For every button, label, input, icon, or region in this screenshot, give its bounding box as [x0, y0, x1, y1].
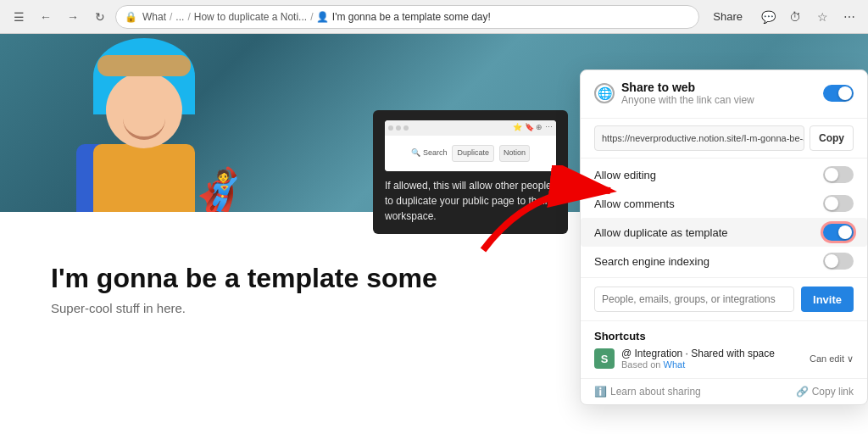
- link-icon: 🔗: [796, 386, 809, 398]
- browser-chrome: ☰ ← → ↻ 🔒 What / ... / How to duplicate …: [0, 0, 868, 34]
- share-footer: ℹ️ Learn about sharing 🔗 Copy link: [581, 379, 867, 404]
- page-content: 🦸 ⭐ 🔖 ⊕ ⋯ 🔍Search Duplicate Notion If al…: [0, 34, 868, 434]
- favorites-button[interactable]: ☆: [810, 5, 834, 29]
- forward-button[interactable]: →: [61, 5, 85, 29]
- invite-input[interactable]: [594, 287, 794, 312]
- allow-editing-row: Allow editing: [581, 160, 867, 189]
- reload-button[interactable]: ↻: [88, 5, 112, 29]
- comment-button[interactable]: 💬: [756, 5, 780, 29]
- breadcrumb-item: What: [142, 11, 166, 23]
- shortcut-details: @ Integration · Shared with space Based …: [621, 348, 803, 370]
- shortcut-item: S @ Integration · Shared with space Base…: [594, 348, 854, 370]
- share-web-subtitle: Anyone with the link can view: [621, 94, 754, 106]
- invite-button[interactable]: Invite: [801, 287, 854, 312]
- menu-button[interactable]: ☰: [7, 5, 31, 29]
- allow-editing-toggle[interactable]: [823, 166, 854, 183]
- breadcrumb-item: ...: [175, 11, 184, 23]
- shortcuts-header: Shortcuts: [594, 330, 854, 342]
- url-section: https://neverproductive.notion.site/I-m-…: [581, 119, 867, 159]
- page-emoji: 🦸: [186, 165, 250, 212]
- shortcut-what-link[interactable]: What: [664, 359, 686, 370]
- allow-editing-label: Allow editing: [594, 169, 656, 181]
- share-panel: Share to web Anyone with the link can vi…: [580, 70, 868, 405]
- search-indexing-toggle[interactable]: [823, 253, 854, 270]
- allow-comments-row: Allow comments: [581, 189, 867, 218]
- allow-duplicate-toggle[interactable]: [823, 224, 854, 241]
- shortcut-avatar: S: [594, 348, 615, 369]
- breadcrumb-current: 👤 I'm gonna be a template some day!: [316, 11, 490, 23]
- learn-about-sharing[interactable]: ℹ️ Learn about sharing: [594, 386, 701, 398]
- breadcrumb-item: How to duplicate a Noti...: [194, 11, 307, 23]
- search-indexing-row: Search engine indexing: [581, 247, 867, 275]
- history-button[interactable]: ⏱: [783, 5, 807, 29]
- invite-row: Invite: [581, 277, 867, 321]
- back-button[interactable]: ←: [34, 5, 58, 29]
- shortcut-perm[interactable]: Can edit ∨: [810, 353, 854, 364]
- shortcuts-section: Shortcuts S @ Integration · Shared with …: [581, 321, 867, 379]
- search-indexing-label: Search engine indexing: [594, 255, 709, 268]
- shortcut-name: @ Integration · Shared with space: [621, 348, 803, 359]
- share-button[interactable]: Share: [703, 7, 753, 26]
- shortcut-sub: Based on What: [621, 359, 803, 370]
- info-icon: ℹ️: [594, 386, 607, 398]
- allow-duplicate-label: Allow duplicate as template: [594, 226, 728, 239]
- share-to-web-section: Share to web Anyone with the link can vi…: [581, 70, 867, 119]
- breadcrumb-sep: /: [310, 11, 313, 23]
- page-subtitle: Super-cool stuff in here.: [51, 301, 559, 315]
- breadcrumb-sep: /: [187, 11, 190, 23]
- allow-comments-label: Allow comments: [594, 198, 675, 210]
- url-field[interactable]: https://neverproductive.notion.site/I-m-…: [594, 125, 804, 151]
- globe-icon: [594, 83, 615, 103]
- breadcrumb-sep: /: [170, 11, 172, 23]
- tooltip-text: If allowed, this will allow other people…: [385, 180, 552, 222]
- toggle-rows: Allow editing Allow comments Allow dupli…: [581, 159, 867, 277]
- copy-link-button[interactable]: 🔗 Copy link: [796, 386, 854, 398]
- allow-comments-toggle[interactable]: [823, 195, 854, 212]
- page-title: I'm gonna be a template some: [51, 263, 559, 294]
- page-body: I'm gonna be a template some Super-cool …: [51, 246, 559, 315]
- copy-button[interactable]: Copy: [810, 125, 854, 151]
- address-secure-icon: 🔒: [125, 11, 137, 23]
- share-web-title: Share to web: [621, 81, 754, 94]
- tooltip-browser-mini: ⭐ 🔖 ⊕ ⋯ 🔍Search Duplicate Notion: [385, 120, 556, 171]
- allow-duplicate-row: Allow duplicate as template: [581, 218, 867, 247]
- address-bar[interactable]: 🔒 What / ... / How to duplicate a Noti..…: [115, 5, 699, 29]
- share-to-web-toggle[interactable]: [823, 85, 854, 102]
- tooltip-overlay: ⭐ 🔖 ⊕ ⋯ 🔍Search Duplicate Notion If allo…: [373, 110, 568, 234]
- menu-dots-button[interactable]: ⋯: [837, 5, 861, 29]
- breadcrumb: What / ... / How to duplicate a Noti... …: [142, 11, 690, 23]
